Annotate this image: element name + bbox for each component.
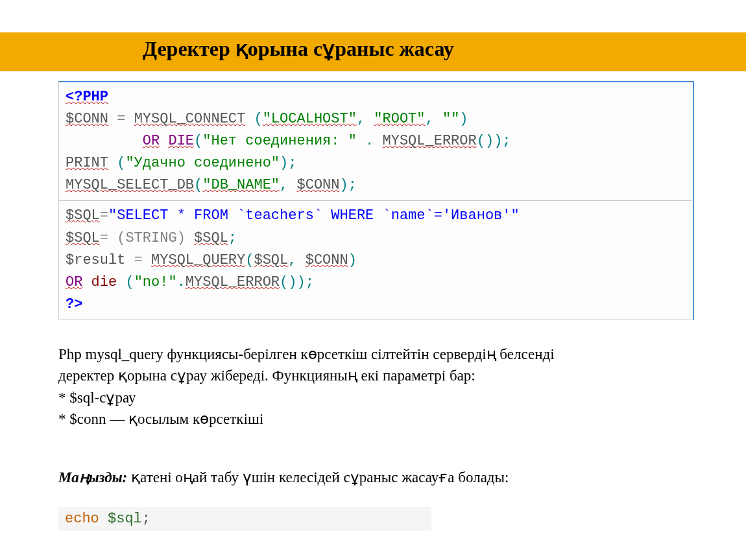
description-paragraph: Php mysql_query функциясы-берілген көрсе… — [58, 344, 694, 430]
code-line: $SQL= (STRING) $SQL; — [66, 228, 686, 250]
slide-title: Деректер қорына сұраныс жасау — [143, 36, 454, 61]
bullet-item: * $conn — қосылым көрсеткіші — [58, 408, 694, 430]
code-block-query: $SQL="SELECT * FROM `teachers` WHERE `na… — [58, 200, 694, 320]
code-line: $SQL="SELECT * FROM `teachers` WHERE `na… — [66, 205, 686, 227]
important-note: Маңызды: қатені оңай табу үшін келесідей… — [58, 467, 694, 488]
code-line: OR die ("no!".MYSQL_ERROR()); — [66, 272, 686, 294]
code-line: $CONN = MYSQL_CONNECT ("LOCALHOST", "ROO… — [66, 108, 686, 130]
code-block-connect: <?PHP $CONN = MYSQL_CONNECT ("LOCALHOST"… — [58, 81, 694, 201]
text-line: Php mysql_query функциясы-берілген көрсе… — [58, 344, 694, 365]
code-line: PRINT ("Удачно соединено"); — [66, 152, 686, 174]
code-line: ?> — [66, 294, 686, 316]
code-line: MYSQL_SELECT_DB("DB_NAME", $CONN); — [66, 174, 686, 196]
code-line: <?PHP — [66, 86, 686, 108]
text-line: деректер қорына сұрау жібереді. Функциян… — [58, 365, 694, 386]
code-line: $result = MYSQL_QUERY($SQL, $CONN) — [66, 250, 686, 272]
code-container: <?PHP $CONN = MYSQL_CONNECT ("LOCALHOST"… — [58, 81, 694, 320]
important-text: қатені оңай табу үшін келесідей сұраныс … — [127, 469, 509, 485]
code-block-echo: echo $sql; — [58, 507, 431, 531]
code-line: OR DIE("Нет соединения: " . MYSQL_ERROR(… — [66, 130, 686, 152]
bullet-item: * $sql-сұрау — [58, 387, 694, 408]
important-label: Маңызды: — [58, 469, 127, 485]
